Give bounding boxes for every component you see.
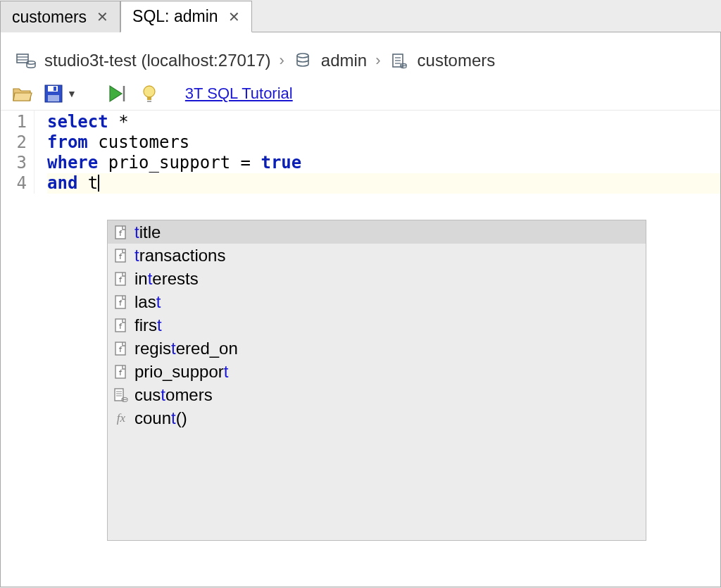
open-folder-button[interactable] <box>11 83 35 104</box>
sql-editor[interactable]: 1 2 3 4 select * from customers where pr… <box>1 110 720 194</box>
code-text: t <box>77 173 98 193</box>
autocomplete-item[interactable]: ftitle <box>108 220 646 244</box>
chevron-right-icon: › <box>375 51 380 70</box>
svg-point-16 <box>144 86 155 97</box>
autocomplete-item[interactable]: finterests <box>108 267 646 290</box>
code-text: * <box>108 112 129 132</box>
svg-rect-13 <box>54 87 56 91</box>
autocomplete-label: registered_on <box>134 339 238 358</box>
svg-text:f: f <box>118 369 123 377</box>
line-gutter: 1 2 3 4 <box>1 111 35 194</box>
toolbar: ▼ 3T SQL Tutorial <box>1 83 720 110</box>
kw: select <box>47 112 108 132</box>
field-icon: f <box>112 294 130 311</box>
autocomplete-item[interactable]: fprio_support <box>108 360 646 383</box>
autocomplete-label: transactions <box>134 246 225 265</box>
line-number: 4 <box>1 173 34 194</box>
connection-icon <box>16 51 36 70</box>
breadcrumb-connection[interactable]: studio3t-test (localhost:27017) <box>44 51 271 70</box>
autocomplete-label: interests <box>134 269 199 289</box>
autocomplete-item[interactable]: fxcount() <box>108 406 646 430</box>
chevron-down-icon[interactable]: ▼ <box>67 88 77 99</box>
svg-text:f: f <box>118 230 123 237</box>
autocomplete-label: title <box>134 223 161 242</box>
autocomplete-label: customers <box>134 385 213 405</box>
collection-icon <box>112 387 130 404</box>
tab-label: SQL: admin <box>132 7 218 26</box>
autocomplete-item[interactable]: ffirst <box>108 313 646 337</box>
tutorial-link[interactable]: 3T SQL Tutorial <box>185 85 293 103</box>
field-icon: f <box>112 363 130 380</box>
database-icon <box>293 51 313 70</box>
autocomplete-label: count() <box>134 408 187 428</box>
save-button-group[interactable]: ▼ <box>42 83 77 104</box>
kw: and <box>47 173 77 193</box>
svg-marker-14 <box>110 86 122 101</box>
tab-customers[interactable]: customers ✕ <box>0 1 120 32</box>
breadcrumb-collection[interactable]: customers <box>418 51 496 70</box>
code-area[interactable]: select * from customers where prio_suppo… <box>35 111 720 194</box>
field-icon: f <box>112 340 130 357</box>
code-text: customers <box>88 132 190 152</box>
autocomplete-label: first <box>134 315 162 335</box>
line-number: 2 <box>1 132 34 153</box>
field-icon: f <box>112 247 130 264</box>
kw: from <box>47 132 88 152</box>
code-text: prio_support = <box>98 153 261 173</box>
field-icon: f <box>112 224 130 241</box>
run-button[interactable] <box>106 83 130 104</box>
chevron-right-icon: › <box>280 51 284 70</box>
svg-text:f: f <box>118 253 123 261</box>
svg-text:f: f <box>118 276 123 284</box>
svg-rect-17 <box>147 96 151 100</box>
svg-text:f: f <box>118 299 123 307</box>
breadcrumb: studio3t-test (localhost:27017) › admin … <box>1 32 720 83</box>
autocomplete-label: prio_support <box>134 362 228 382</box>
text-caret <box>98 175 99 192</box>
svg-text:f: f <box>118 323 123 330</box>
line-number: 1 <box>1 112 34 132</box>
svg-point-4 <box>297 54 308 58</box>
close-icon[interactable]: ✕ <box>228 8 240 25</box>
save-button[interactable] <box>42 83 65 104</box>
tab-label: customers <box>12 8 87 27</box>
hint-button[interactable] <box>137 83 161 104</box>
field-icon: f <box>112 270 130 287</box>
autocomplete-popup[interactable]: ftitleftransactionsfinterestsflastffirst… <box>107 220 646 541</box>
autocomplete-item[interactable]: flast <box>108 290 646 313</box>
svg-point-9 <box>401 64 406 66</box>
svg-rect-0 <box>17 54 28 63</box>
tab-bar: customers ✕ SQL: admin ✕ <box>0 0 721 32</box>
function-icon: fx <box>112 410 130 427</box>
kw: true <box>261 153 301 173</box>
autocomplete-item[interactable]: customers <box>108 383 646 406</box>
tab-sql-admin[interactable]: SQL: admin ✕ <box>120 1 251 32</box>
autocomplete-item[interactable]: fregistered_on <box>108 337 646 360</box>
kw: where <box>47 153 98 173</box>
svg-text:f: f <box>118 346 123 354</box>
line-number: 3 <box>1 153 34 173</box>
field-icon: f <box>112 317 130 334</box>
collection-icon <box>389 51 409 70</box>
autocomplete-label: last <box>134 292 161 312</box>
svg-rect-12 <box>48 95 59 101</box>
close-icon[interactable]: ✕ <box>96 8 108 25</box>
autocomplete-item[interactable]: ftransactions <box>108 244 646 267</box>
breadcrumb-database[interactable]: admin <box>321 51 367 70</box>
